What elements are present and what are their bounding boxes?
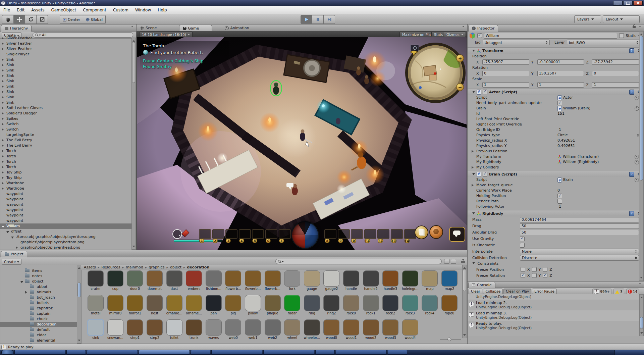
maximize-on-play-button[interactable]: Maximize on Play	[399, 32, 435, 37]
use-gravity-checkbox[interactable]	[520, 237, 525, 241]
asset-item[interactable]: mirror1	[125, 295, 145, 315]
tab-hierarchy[interactable]: Hierarchy	[1, 25, 32, 32]
expand-arrow-icon[interactable]	[2, 166, 5, 168]
asset-item[interactable]: web2	[263, 320, 282, 340]
hud-journal-button[interactable]	[415, 225, 428, 239]
hierarchy-item[interactable]: Switch	[0, 121, 132, 127]
hierarchy-item[interactable]: Sink	[0, 79, 132, 84]
hierarchy-item[interactable]: Wardrobe	[0, 181, 132, 186]
asset-item[interactable]: gauge2	[322, 271, 341, 291]
transform-z-field[interactable]: 0	[592, 71, 639, 76]
asset-item[interactable]: wood4	[400, 320, 420, 340]
minimap[interactable]	[407, 44, 464, 102]
info-count-toggle[interactable]: 999+	[592, 289, 611, 294]
label-filter-icon[interactable]	[451, 259, 456, 264]
expand-arrow-icon[interactable]	[2, 171, 5, 174]
asset-item[interactable]: trunk	[184, 320, 204, 340]
system-tray[interactable]	[614, 350, 644, 355]
menu-item[interactable]: Help	[154, 6, 170, 14]
transform-y-field[interactable]: 150.2507	[537, 71, 584, 76]
breadcrumb-item[interactable]: mainmod	[126, 265, 149, 269]
hierarchy-item[interactable]: waypoint	[0, 213, 132, 218]
asset-item[interactable]: wood3	[381, 320, 400, 340]
gizmos-dropdown[interactable]: Gizmos	[444, 32, 466, 37]
constraints-fold[interactable]: Constraints	[468, 261, 644, 266]
hierarchy-item[interactable]: Toy Ship	[0, 170, 132, 175]
asset-item[interactable]: wheelbr...	[302, 320, 322, 340]
expand-arrow-icon[interactable]	[2, 107, 5, 109]
help-icon[interactable]	[629, 172, 634, 177]
console-message[interactable]: Load minimap 3.UnityEngine.Debug:Log(Obj…	[468, 310, 640, 321]
inspector-property-row[interactable]: Brain William (Brain)	[468, 106, 644, 111]
taskbar-window-button[interactable]	[211, 350, 262, 355]
freeze-pos-x-checkbox[interactable]	[521, 267, 525, 272]
active-checkbox[interactable]	[477, 33, 482, 38]
hotbar-slot[interactable]: F2	[377, 229, 389, 239]
hierarchy-item[interactable]: Soldier's Dagger	[0, 111, 132, 116]
console-message-clipped[interactable]: UnityEngine.Debug:Log(Object)	[468, 294, 640, 300]
angular-drag-field[interactable]: 50	[520, 230, 639, 235]
hierarchy-item[interactable]: waypoint	[0, 218, 132, 223]
minimize-button[interactable]	[613, 1, 623, 6]
expand-arrow-icon[interactable]	[2, 112, 5, 115]
console-message[interactable]: Load minimap 2.UnityEngine.Debug:Log(Obj…	[468, 300, 640, 310]
inspector-property-row[interactable]: Physics_radius Y 0.492651	[468, 143, 644, 149]
inspector-property-row[interactable]: Left Foot Print Override	[468, 116, 644, 122]
freeze-pos-y-checkbox[interactable]	[532, 267, 537, 272]
property-checkbox[interactable]	[557, 101, 562, 105]
hierarchy-item[interactable]: Torch	[0, 159, 132, 164]
menu-item[interactable]: Component	[79, 6, 110, 14]
hierarchy-item[interactable]: waypoint	[0, 202, 132, 207]
layers-dropdown[interactable]: Layers	[574, 15, 601, 23]
folder-tree-item[interactable]: capnfroz	[0, 306, 77, 311]
asset-item[interactable]: pillow	[243, 295, 263, 315]
hierarchy-item[interactable]: offset	[0, 229, 132, 234]
object-picker-icon[interactable]	[635, 106, 639, 111]
hierarchy-item[interactable]: SinglePlayer	[0, 52, 132, 57]
asset-item[interactable]: wood0	[322, 320, 341, 340]
hand-tool-icon[interactable]	[2, 15, 14, 24]
hierarchy-item[interactable]: graphics\object\player\bottom.png	[0, 240, 132, 245]
asset-item[interactable]: ring2	[322, 295, 341, 315]
step-button[interactable]	[324, 15, 335, 24]
inspector-property-row[interactable]: My Rigidbody William (Rigidbody)	[468, 159, 644, 165]
menu-item[interactable]: GameObject	[48, 6, 79, 14]
expand-arrow-icon[interactable]	[2, 182, 5, 185]
interpolate-dropdown[interactable]: None	[520, 249, 639, 254]
lock-icon[interactable]	[633, 26, 636, 28]
asset-item[interactable]: map	[420, 271, 440, 291]
panel-menu-icon[interactable]	[461, 26, 466, 30]
asset-item[interactable]: door0	[125, 271, 145, 291]
folder-tree-item[interactable]: default	[0, 327, 77, 333]
asset-item[interactable]: fork	[282, 271, 302, 291]
breadcrumb-item[interactable]: Resources	[101, 265, 126, 269]
rotate-tool-icon[interactable]	[25, 15, 37, 24]
asset-grid-scrollbar[interactable]	[462, 265, 467, 338]
hierarchy-item[interactable]: Switch	[0, 127, 132, 132]
minimap-zoom-out-button[interactable]: −	[456, 83, 464, 91]
hierarchy-item[interactable]: William	[0, 223, 132, 229]
hierarchy-item[interactable]: Spikes	[0, 116, 132, 121]
taskbar-window-button[interactable]	[139, 350, 190, 355]
hierarchy-item[interactable]: targetingSprite	[0, 132, 132, 138]
menu-item[interactable]: Edit	[13, 6, 28, 14]
tag-dropdown[interactable]: Untagged	[483, 40, 550, 45]
folder-tree-item[interactable]: notes	[0, 273, 77, 279]
asset-item[interactable]: wheel	[282, 320, 302, 340]
inspector-property-row[interactable]: My Colliders	[468, 165, 644, 170]
folder-tree-item[interactable]: bot_roach	[0, 295, 77, 300]
asset-item[interactable]: flowerb...	[223, 271, 243, 291]
expand-arrow-icon[interactable]	[2, 42, 5, 45]
expand-arrow-icon[interactable]	[2, 85, 5, 88]
asset-item[interactable]: doormat	[145, 271, 165, 291]
console-error-pause-button[interactable]: Error Pause	[532, 289, 557, 294]
hierarchy-item[interactable]: Sink	[0, 84, 132, 89]
transform-y-field[interactable]: 1	[537, 82, 584, 88]
inspector-property-row[interactable]: Render Path	[468, 199, 644, 204]
expand-arrow-icon[interactable]	[2, 69, 5, 72]
folder-tree-item[interactable]: captain	[0, 311, 77, 316]
taskbar-window-button[interactable]	[14, 350, 65, 355]
pivot-center-button[interactable]: Center	[60, 15, 83, 24]
taskbar-window-button[interactable]	[388, 350, 407, 355]
enum-arrows-icon[interactable]	[635, 133, 639, 138]
